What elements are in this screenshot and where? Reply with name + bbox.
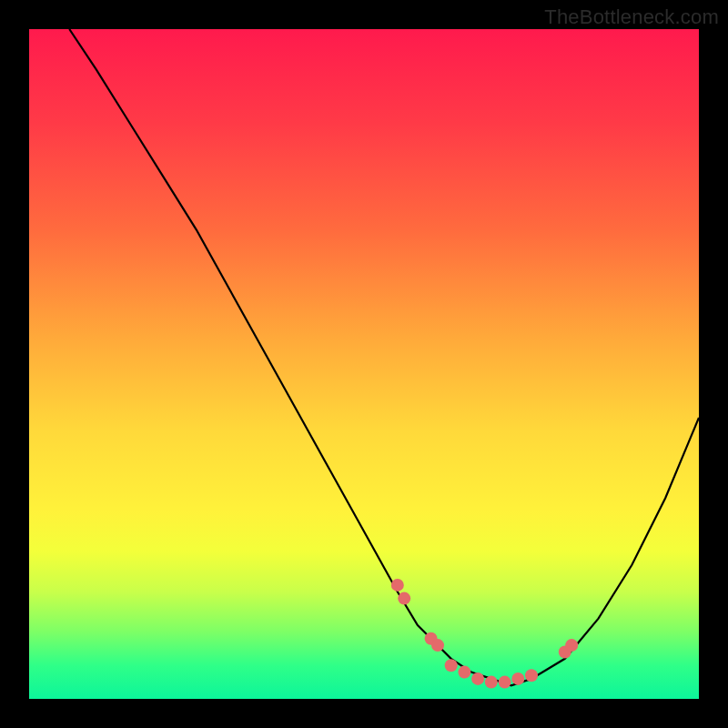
highlight-point bbox=[485, 676, 498, 689]
highlight-point bbox=[431, 639, 444, 652]
highlight-point bbox=[391, 579, 404, 592]
highlight-point bbox=[445, 659, 458, 672]
highlight-point bbox=[525, 669, 538, 682]
watermark-text: TheBottleneck.com bbox=[544, 5, 719, 29]
chart-frame: TheBottleneck.com bbox=[0, 0, 728, 728]
highlight-point bbox=[458, 666, 470, 679]
highlight-point bbox=[499, 676, 511, 689]
highlight-point bbox=[471, 672, 484, 685]
highlight-points-group bbox=[391, 579, 578, 689]
chart-plot-area bbox=[29, 29, 699, 699]
highlight-point bbox=[398, 592, 410, 605]
highlight-point bbox=[511, 672, 524, 685]
chart-svg bbox=[29, 29, 699, 699]
bottleneck-curve bbox=[69, 29, 699, 685]
highlight-point bbox=[565, 639, 578, 652]
